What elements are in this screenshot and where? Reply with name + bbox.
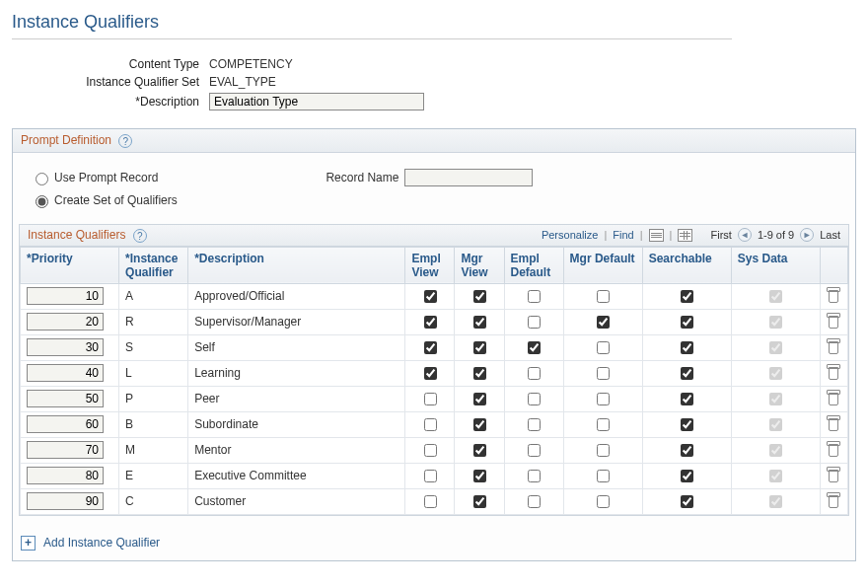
col-priority[interactable]: *Priority (27, 252, 73, 265)
searchable-checkbox[interactable] (681, 470, 693, 482)
col-sys-data[interactable]: Sys Data (738, 252, 788, 265)
last-label: Last (820, 229, 840, 241)
mgr-view-checkbox[interactable] (473, 418, 486, 431)
mgr-view-checkbox[interactable] (473, 341, 486, 354)
delete-row-icon[interactable] (827, 390, 840, 405)
mgr-view-checkbox[interactable] (473, 367, 486, 380)
sys-data-checkbox (769, 367, 782, 380)
grid-title: Instance Qualifiers (28, 228, 125, 242)
col-empl-view[interactable]: Empl View (411, 252, 440, 279)
use-prompt-record-radio[interactable] (36, 173, 48, 185)
delete-row-icon[interactable] (827, 441, 840, 457)
plus-icon[interactable]: + (21, 536, 36, 551)
mgr-view-checkbox[interactable] (473, 470, 486, 482)
mgr-view-checkbox[interactable] (473, 495, 486, 508)
add-instance-qualifier-link[interactable]: Add Instance Qualifier (43, 536, 160, 550)
empl-view-checkbox[interactable] (424, 290, 437, 303)
priority-input[interactable] (27, 415, 104, 433)
delete-row-icon[interactable] (827, 364, 840, 380)
empl-default-checkbox[interactable] (528, 316, 541, 329)
empl-default-checkbox[interactable] (528, 367, 541, 380)
priority-input[interactable] (27, 390, 104, 407)
delete-row-icon[interactable] (827, 467, 840, 482)
table-row: RSupervisor/Manager (21, 309, 848, 334)
empl-default-checkbox[interactable] (528, 470, 541, 482)
col-mgr-default[interactable]: Mgr Default (570, 252, 635, 265)
desc-cell: Peer (188, 386, 405, 411)
next-page-icon[interactable]: ► (800, 228, 814, 242)
priority-input[interactable] (27, 287, 104, 305)
mgr-default-checkbox[interactable] (597, 290, 610, 303)
empl-view-checkbox[interactable] (424, 495, 437, 508)
col-description[interactable]: *Description (194, 252, 264, 265)
searchable-checkbox[interactable] (681, 393, 693, 405)
col-instance-qualifier[interactable]: *Instance Qualifier (125, 252, 178, 279)
empl-view-checkbox[interactable] (424, 470, 437, 482)
empl-default-checkbox[interactable] (528, 393, 541, 405)
priority-input[interactable] (27, 338, 104, 356)
mgr-default-checkbox[interactable] (597, 367, 610, 380)
sys-data-checkbox (769, 444, 782, 457)
col-empl-default[interactable]: Empl Default (511, 252, 551, 279)
empl-default-checkbox[interactable] (528, 418, 541, 431)
desc-cell: Supervisor/Manager (188, 309, 405, 334)
priority-input[interactable] (27, 492, 104, 510)
delete-row-icon[interactable] (827, 287, 840, 303)
view-all-icon[interactable] (649, 229, 664, 242)
empl-default-checkbox[interactable] (528, 341, 541, 354)
priority-input[interactable] (27, 441, 104, 459)
searchable-checkbox[interactable] (681, 367, 693, 380)
searchable-checkbox[interactable] (681, 341, 693, 354)
help-icon[interactable]: ? (118, 134, 132, 148)
view-grid-icon[interactable] (678, 229, 692, 242)
mgr-view-checkbox[interactable] (473, 444, 486, 457)
col-mgr-view[interactable]: Mgr View (461, 252, 487, 279)
personalize-link[interactable]: Personalize (542, 229, 598, 241)
sys-data-checkbox (769, 470, 782, 482)
priority-input[interactable] (27, 467, 104, 484)
help-icon[interactable]: ? (133, 229, 147, 243)
empl-view-checkbox[interactable] (424, 444, 437, 457)
empl-default-checkbox[interactable] (528, 495, 541, 508)
priority-input[interactable] (27, 313, 104, 331)
sys-data-checkbox (769, 393, 782, 405)
empl-default-checkbox[interactable] (528, 444, 541, 457)
priority-input[interactable] (27, 364, 104, 382)
searchable-checkbox[interactable] (681, 444, 693, 457)
searchable-checkbox[interactable] (681, 290, 693, 303)
create-set-radio[interactable] (36, 195, 48, 208)
mgr-default-checkbox[interactable] (597, 470, 610, 482)
mgr-view-checkbox[interactable] (473, 316, 486, 329)
delete-row-icon[interactable] (827, 313, 840, 329)
sys-data-checkbox (769, 316, 782, 329)
empl-view-checkbox[interactable] (424, 393, 437, 405)
empl-default-checkbox[interactable] (528, 290, 541, 303)
col-searchable[interactable]: Searchable (649, 252, 712, 265)
searchable-checkbox[interactable] (681, 495, 693, 508)
prompt-definition-title: Prompt Definition (21, 133, 111, 147)
mgr-default-checkbox[interactable] (597, 316, 610, 329)
record-name-label: Record Name (326, 171, 398, 184)
mgr-default-checkbox[interactable] (597, 393, 610, 405)
delete-row-icon[interactable] (827, 492, 840, 508)
description-input[interactable] (209, 93, 424, 110)
record-name-input[interactable] (404, 169, 533, 186)
empl-view-checkbox[interactable] (424, 367, 437, 380)
prev-page-icon[interactable]: ◄ (738, 228, 752, 242)
mgr-view-checkbox[interactable] (473, 290, 486, 303)
empl-view-checkbox[interactable] (424, 341, 437, 354)
table-row: PPeer (21, 386, 848, 411)
find-link[interactable]: Find (613, 229, 633, 241)
desc-cell: Executive Committee (188, 463, 405, 488)
searchable-checkbox[interactable] (681, 418, 693, 431)
mgr-default-checkbox[interactable] (597, 444, 610, 457)
mgr-view-checkbox[interactable] (473, 393, 486, 405)
empl-view-checkbox[interactable] (424, 418, 437, 431)
delete-row-icon[interactable] (827, 415, 840, 431)
mgr-default-checkbox[interactable] (597, 418, 610, 431)
empl-view-checkbox[interactable] (424, 316, 437, 329)
mgr-default-checkbox[interactable] (597, 341, 610, 354)
delete-row-icon[interactable] (827, 338, 840, 354)
searchable-checkbox[interactable] (681, 316, 693, 329)
mgr-default-checkbox[interactable] (597, 495, 610, 508)
